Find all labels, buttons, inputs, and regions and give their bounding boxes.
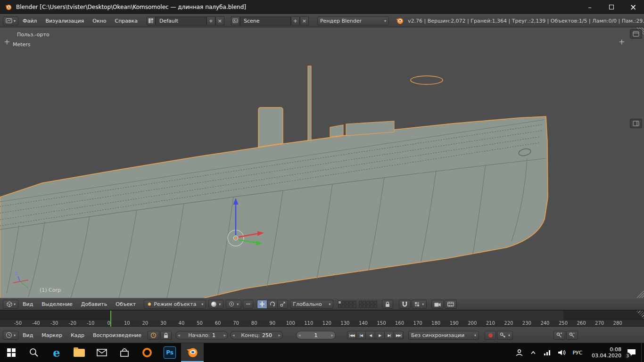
layer-cell[interactable] [366, 304, 370, 308]
show-desktop-button[interactable] [641, 343, 644, 362]
layer-cell[interactable] [349, 301, 353, 304]
menu-help[interactable]: Справка [110, 18, 141, 24]
scene-name[interactable]: Scene [240, 16, 291, 25]
people-button[interactable] [513, 343, 525, 362]
render-engine-dropdown[interactable]: Рендер Blender ▾ [317, 16, 389, 25]
shading-dropdown[interactable]: ▾ [208, 300, 223, 309]
pivot-dropdown[interactable]: ▾ [226, 300, 241, 309]
keying-set-dropdown[interactable]: ▾ [497, 331, 513, 340]
clock[interactable]: 0:08 03.04.2020 [587, 346, 621, 359]
close-button[interactable]: × [622, 0, 644, 14]
network-button[interactable] [541, 343, 553, 362]
step-right-icon[interactable]: ▸ [222, 333, 228, 337]
current-frame-field[interactable]: ◂ 1 ▸ [296, 331, 336, 339]
step-left-icon[interactable]: ◂ [176, 333, 182, 337]
play-button[interactable]: ▶ [375, 331, 385, 339]
mail-button[interactable] [91, 343, 113, 362]
layer-cell[interactable] [363, 304, 366, 308]
layer-cell[interactable] [370, 301, 373, 304]
snap-element-dropdown[interactable]: ▾ [412, 300, 427, 309]
layer-cell[interactable] [338, 304, 341, 308]
opengl-render-button[interactable] [431, 300, 444, 309]
layer-cell[interactable] [370, 304, 373, 308]
menu-marker[interactable]: Маркер [37, 332, 66, 338]
volume-button[interactable] [555, 343, 568, 362]
media-app-button[interactable] [136, 343, 158, 362]
layer-cell[interactable] [342, 304, 345, 308]
menu-view[interactable]: Вид [18, 301, 37, 307]
menu-render[interactable]: Визуализация [41, 18, 88, 24]
timeline-ruler[interactable]: -50-40-30-20-100102030405060708090100110… [0, 310, 644, 327]
jump-to-end-button[interactable]: ▶▶| [394, 331, 404, 339]
menu-view[interactable]: Вид [18, 332, 37, 338]
screen-layout-browse-button[interactable] [147, 16, 156, 25]
layer-cell[interactable] [359, 301, 362, 304]
layer-cell[interactable] [359, 304, 362, 308]
rotate-manipulator-toggle[interactable] [267, 300, 278, 309]
insert-keyframe-button[interactable] [553, 331, 565, 340]
scene-browse-button[interactable] [231, 16, 240, 25]
screen-layout-add-button[interactable]: + [206, 16, 215, 25]
layer-cell[interactable] [353, 301, 356, 304]
layer-cell[interactable] [349, 304, 353, 308]
layer-cell[interactable] [374, 301, 377, 304]
layer-cell[interactable] [374, 304, 377, 308]
menu-frame[interactable]: Кадр [66, 332, 89, 338]
photoshop-button[interactable]: Ps [158, 343, 181, 362]
viewport-canvas[interactable]: z [0, 27, 644, 298]
layer-cell[interactable] [346, 301, 349, 304]
language-indicator[interactable]: РУС [570, 350, 586, 356]
edge-button[interactable]: e [45, 343, 68, 362]
frame-end-field[interactable]: ◂ Конец:250 ▸ [230, 331, 283, 339]
translate-manipulator-toggle[interactable] [257, 300, 267, 309]
editor-type-selector[interactable]: ▾ [3, 331, 18, 340]
prev-keyframe-button[interactable]: |◀ [356, 331, 366, 339]
opengl-render-anim-button[interactable] [445, 300, 457, 309]
orientation-dropdown[interactable]: Глобально ▾ [290, 300, 333, 309]
sync-dropdown[interactable]: Без синхронизации ▾ [408, 331, 479, 340]
next-keyframe-button[interactable]: ▶| [385, 331, 394, 339]
step-left-icon[interactable]: ◂ [231, 333, 237, 337]
layer-cell[interactable] [338, 301, 341, 304]
scene-add-button[interactable]: + [291, 16, 300, 25]
menu-add[interactable]: Добавить [77, 301, 111, 307]
step-right-icon[interactable]: ▸ [330, 333, 336, 337]
search-button[interactable] [23, 343, 45, 362]
region-corner-button[interactable] [630, 29, 642, 39]
lock-camera-toggle[interactable] [382, 300, 393, 309]
editor-type-selector[interactable]: ▾ [3, 16, 18, 25]
step-right-icon[interactable]: ▸ [277, 333, 283, 337]
viewport-3d[interactable]: z Польз.-орто Meters (1) Corp + + [0, 27, 644, 298]
blender-taskbar-button[interactable] [181, 343, 204, 362]
toolshelf-expand-icon[interactable]: + [4, 39, 10, 45]
maximize-button[interactable] [601, 0, 622, 14]
step-left-icon[interactable]: ◂ [297, 333, 303, 337]
screen-layout-name[interactable]: Default [156, 16, 206, 25]
screen-layout-delete-button[interactable]: × [215, 16, 224, 25]
pivot-align-toggle[interactable] [243, 300, 253, 309]
layer-cell[interactable] [366, 301, 370, 304]
store-button[interactable] [113, 343, 136, 362]
scale-manipulator-toggle[interactable] [278, 300, 288, 309]
file-explorer-button[interactable] [68, 343, 91, 362]
menu-playback[interactable]: Воспроизведение [89, 332, 146, 338]
snap-toggle[interactable] [399, 300, 411, 309]
layer-cell[interactable] [363, 301, 366, 304]
region-corner-button[interactable] [630, 119, 642, 128]
mode-dropdown[interactable]: Режим объекта ▾ [144, 300, 206, 309]
jump-to-start-button[interactable]: |◀◀ [347, 331, 356, 339]
action-center-button[interactable]: 3 [623, 343, 639, 362]
lock-range-toggle[interactable] [160, 331, 172, 340]
menu-object[interactable]: Объект [111, 301, 140, 307]
layer-cell[interactable] [353, 304, 356, 308]
properties-expand-icon[interactable]: + [619, 39, 625, 45]
layer-cell[interactable] [342, 301, 345, 304]
ellipse-object[interactable] [411, 76, 443, 84]
preview-range-toggle[interactable] [148, 331, 159, 340]
menu-select[interactable]: Выделение [37, 301, 77, 307]
menu-window[interactable]: Окно [88, 18, 110, 24]
region-grip-lines[interactable] [637, 27, 644, 298]
start-button[interactable] [0, 343, 23, 362]
minimize-button[interactable]: – [579, 0, 601, 14]
scene-delete-button[interactable]: × [300, 16, 309, 25]
